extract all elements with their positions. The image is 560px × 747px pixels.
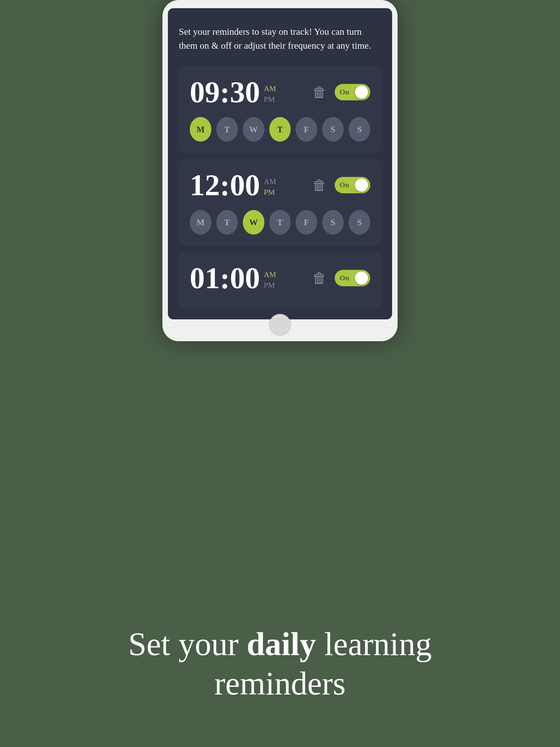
day-thursday-2[interactable]: T [269, 210, 291, 235]
tagline-text: Set your daily learningreminders [0, 624, 560, 703]
am-pm-1: AM PM [264, 83, 276, 104]
toggle-label-2: On [339, 181, 349, 189]
day-tuesday-2[interactable]: T [216, 210, 238, 235]
reminder-controls-3: 🗑 On [312, 270, 370, 286]
tagline-prefix: Set your [128, 626, 247, 662]
pm-label-1: PM [264, 94, 276, 104]
time-display-2: 12:00 AM PM [190, 170, 276, 200]
time-value-3: 01:00 [190, 263, 260, 293]
reminder-controls-1: 🗑 On [312, 84, 370, 100]
reminder-card-1: 09:30 AM PM 🗑 On M T W [179, 66, 381, 153]
reminder-card-2: 12:00 AM PM 🗑 On M T W [179, 159, 381, 246]
toggle-switch-2[interactable]: On [335, 177, 370, 193]
trash-icon-2[interactable]: 🗑 [312, 177, 327, 193]
day-friday-1[interactable]: F [296, 117, 317, 141]
day-thursday-1[interactable]: T [269, 117, 291, 141]
reminder-header-2: 12:00 AM PM 🗑 On [190, 170, 370, 200]
reminder-header-3: 01:00 AM PM 🗑 On [190, 263, 370, 293]
am-label-3: AM [264, 269, 276, 280]
day-wednesday-2[interactable]: W [243, 210, 264, 235]
time-value-2: 12:00 [190, 170, 260, 200]
reminder-controls-2: 🗑 On [312, 177, 370, 193]
pm-label-2: PM [264, 187, 276, 198]
tagline: Set your daily learningreminders [0, 624, 560, 703]
day-monday-1[interactable]: M [190, 117, 211, 141]
day-saturday-2[interactable]: S [322, 210, 344, 235]
tablet-frame: Set your reminders to stay on track! You… [162, 0, 398, 341]
day-sunday-2[interactable]: S [349, 210, 370, 235]
pm-label-3: PM [264, 280, 276, 290]
toggle-switch-1[interactable]: On [335, 84, 370, 100]
time-value-1: 09:30 [190, 77, 260, 107]
reminder-header-1: 09:30 AM PM 🗑 On [190, 77, 370, 107]
toggle-label-1: On [339, 88, 349, 96]
time-display-1: 09:30 AM PM [190, 77, 276, 107]
am-label-1: AM [264, 83, 276, 94]
toggle-knob-1 [355, 85, 368, 99]
day-wednesday-1[interactable]: W [243, 117, 264, 141]
day-tuesday-1[interactable]: T [216, 117, 238, 141]
day-saturday-1[interactable]: S [322, 117, 344, 141]
days-row-2: M T W T F S S [190, 210, 370, 235]
am-pm-2: AM PM [264, 176, 276, 198]
am-pm-3: AM PM [264, 269, 276, 290]
reminder-card-3: 01:00 AM PM 🗑 On [179, 252, 381, 308]
am-label-2: AM [264, 176, 276, 187]
time-display-3: 01:00 AM PM [190, 263, 276, 293]
day-sunday-1[interactable]: S [349, 117, 370, 141]
tablet-screen: Set your reminders to stay on track! You… [168, 8, 392, 319]
day-monday-2[interactable]: M [190, 210, 211, 235]
toggle-switch-3[interactable]: On [335, 270, 370, 286]
toggle-knob-2 [355, 179, 368, 192]
day-friday-2[interactable]: F [296, 210, 317, 235]
tagline-bold: daily [247, 626, 316, 662]
toggle-label-3: On [339, 274, 349, 282]
description-text: Set your reminders to stay on track! You… [179, 25, 381, 52]
home-button[interactable] [269, 314, 291, 336]
days-row-1: M T W T F S S [190, 117, 370, 141]
trash-icon-1[interactable]: 🗑 [312, 84, 327, 100]
toggle-knob-3 [355, 272, 368, 285]
trash-icon-3[interactable]: 🗑 [312, 270, 327, 286]
